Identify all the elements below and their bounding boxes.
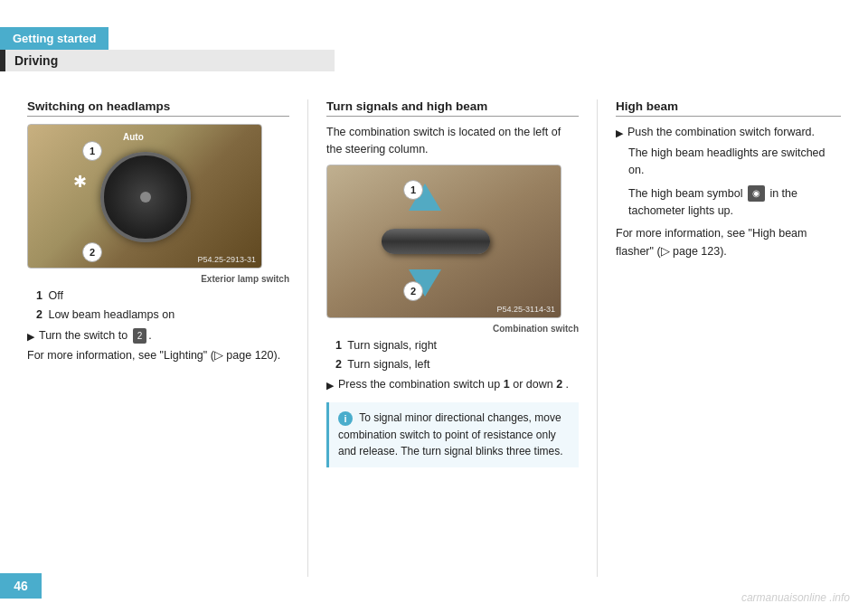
bullet-tri-mid: ▶ bbox=[326, 378, 334, 393]
left-item-2: 2 Low beam headlamps on bbox=[36, 306, 289, 324]
item-text-1: Off bbox=[48, 289, 62, 302]
sun-icon: ✱ bbox=[73, 172, 87, 192]
top-header: Getting started Driving bbox=[0, 27, 335, 71]
photo-id-mid: P54.25-3114-31 bbox=[496, 305, 555, 314]
info-text: To signal minor directional changes, mov… bbox=[338, 411, 563, 457]
content-area: Switching on headlamps 1 Auto ✱ 2 P54.25… bbox=[27, 99, 841, 577]
mid-item-num-1: 1 bbox=[335, 339, 342, 352]
page-number: 46 bbox=[0, 573, 42, 599]
mid-section-title: Turn signals and high beam bbox=[326, 99, 579, 117]
badge-2: 2 bbox=[82, 242, 102, 262]
right-more-info: For more information, see "High beam fla… bbox=[616, 225, 841, 260]
right-bullet-1: ▶ Push the combination switch forward. bbox=[616, 124, 841, 141]
right-bullet-text: Push the combination switch forward. bbox=[627, 124, 815, 141]
right-para1: The high beam headlights are switched on… bbox=[628, 145, 841, 180]
combo-badge-2: 2 bbox=[403, 281, 423, 301]
mid-item-text-1: Turn signals, right bbox=[347, 339, 437, 352]
mid-bullet-text: Press the combination switch up 1 or dow… bbox=[338, 376, 569, 393]
left-section-title: Switching on headlamps bbox=[27, 99, 289, 117]
left-image-label: Exterior lamp switch bbox=[27, 274, 289, 284]
dial bbox=[100, 152, 191, 242]
left-more-info: For more information, see "Lighting" (▷ … bbox=[27, 347, 289, 364]
highbeam-icon: ◉ bbox=[748, 185, 765, 202]
col-right: High beam ▶ Push the combination switch … bbox=[597, 99, 841, 577]
section-label: Driving bbox=[14, 53, 58, 68]
watermark: carmanuaisonline .info bbox=[741, 591, 850, 604]
combo-badge-1: 1 bbox=[403, 180, 423, 200]
left-bullet-1: ▶ Turn the switch to 2. bbox=[27, 327, 289, 344]
right-section-title: High beam bbox=[616, 99, 841, 117]
mid-item-text-2: Turn signals, left bbox=[347, 358, 429, 371]
info-icon: i bbox=[338, 411, 353, 426]
stalk bbox=[382, 229, 490, 254]
headlamp-image: 1 Auto ✱ 2 P54.25-2913-31 bbox=[27, 124, 262, 269]
mid-intro: The combination switch is located on the… bbox=[326, 124, 579, 159]
exterior-lamp-label: Exterior lamp switch bbox=[201, 274, 289, 284]
photo-id-left: P54.25-2913-31 bbox=[197, 255, 256, 264]
left-bullet-text: Turn the switch to 2. bbox=[39, 327, 152, 344]
bullet-tri-right: ▶ bbox=[616, 126, 623, 141]
col-left: Switching on headlamps 1 Auto ✱ 2 P54.25… bbox=[27, 99, 307, 577]
badge-1: 1 bbox=[82, 141, 102, 161]
left-item-1: 1 Off bbox=[36, 288, 289, 305]
mid-item-1: 1 Turn signals, right bbox=[335, 337, 579, 354]
col-mid: Turn signals and high beam The combinati… bbox=[307, 99, 597, 577]
mid-image-label: Combination switch bbox=[326, 324, 579, 334]
item-num-2: 2 bbox=[36, 308, 42, 321]
right-para2: The high beam symbol ◉ in the tachometer… bbox=[628, 185, 841, 221]
switch-icon: 2 bbox=[133, 328, 147, 344]
mid-bullet-1: ▶ Press the combination switch up 1 or d… bbox=[326, 376, 579, 393]
auto-label: Auto bbox=[123, 132, 144, 142]
driving-bar: Driving bbox=[0, 50, 335, 71]
combo-image: 1 2 P54.25-3114-31 bbox=[326, 165, 561, 318]
bullet-tri-1: ▶ bbox=[27, 329, 34, 344]
header-tab-label: Getting started bbox=[13, 32, 96, 45]
combo-switch-label: Combination switch bbox=[493, 324, 579, 334]
mid-item-2: 2 Turn signals, left bbox=[335, 356, 579, 373]
page: Getting started Driving Switching on hea… bbox=[0, 0, 868, 613]
item-text-2: Low beam headlamps on bbox=[48, 308, 175, 321]
info-box: i To signal minor directional changes, m… bbox=[326, 402, 579, 467]
mid-item-num-2: 2 bbox=[335, 358, 342, 371]
header-tab: Getting started bbox=[0, 27, 108, 50]
item-num-1: 1 bbox=[36, 289, 42, 302]
